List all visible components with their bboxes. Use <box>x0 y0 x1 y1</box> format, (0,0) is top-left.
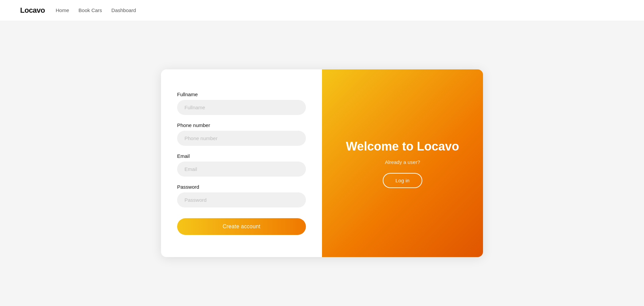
nav-home[interactable]: Home <box>56 7 69 13</box>
phone-group: Phone number <box>177 122 306 146</box>
navbar-logo: Locavo <box>20 6 45 15</box>
fullname-input[interactable] <box>177 100 306 115</box>
promo-panel: Welcome to Locavo Already a user? Log in <box>322 69 483 257</box>
promo-subtitle: Already a user? <box>385 159 420 165</box>
password-group: Password <box>177 184 306 207</box>
password-label: Password <box>177 184 306 190</box>
navbar: Locavo Home Book Cars Dashboard <box>0 0 644 21</box>
phone-input[interactable] <box>177 131 306 146</box>
email-input[interactable] <box>177 162 306 177</box>
nav-book-cars[interactable]: Book Cars <box>78 7 102 13</box>
email-label: Email <box>177 153 306 159</box>
form-panel: Fullname Phone number Email Password Cre… <box>161 69 322 257</box>
password-input[interactable] <box>177 192 306 207</box>
fullname-group: Fullname <box>177 91 306 115</box>
promo-title: Welcome to Locavo <box>346 139 459 154</box>
create-account-button[interactable]: Create account <box>177 218 306 235</box>
auth-card: Fullname Phone number Email Password Cre… <box>161 69 483 257</box>
nav-dashboard[interactable]: Dashboard <box>111 7 136 13</box>
navbar-links: Home Book Cars Dashboard <box>56 7 136 13</box>
email-group: Email <box>177 153 306 177</box>
phone-label: Phone number <box>177 122 306 128</box>
login-button[interactable]: Log in <box>383 173 422 188</box>
page-content: Fullname Phone number Email Password Cre… <box>0 21 644 305</box>
fullname-label: Fullname <box>177 91 306 97</box>
